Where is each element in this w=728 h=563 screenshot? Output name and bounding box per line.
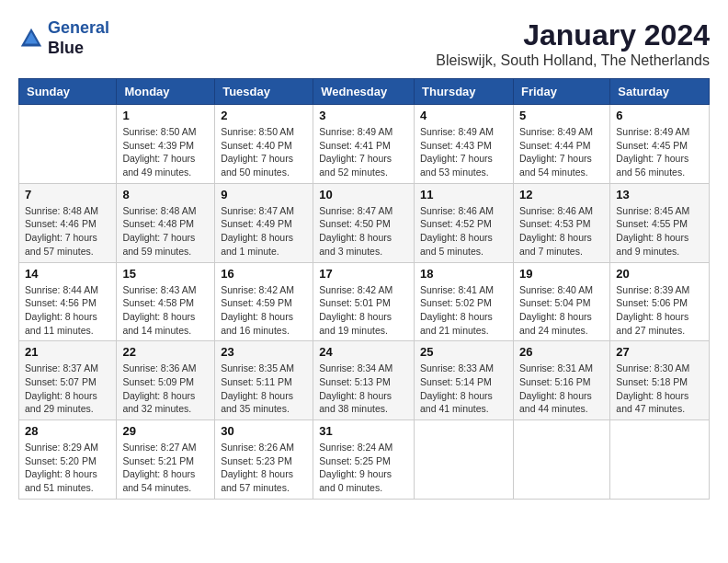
calendar-cell: 20Sunrise: 8:39 AMSunset: 5:06 PMDayligh… bbox=[610, 262, 710, 341]
day-info: Sunrise: 8:43 AMSunset: 4:58 PMDaylight:… bbox=[122, 283, 209, 338]
weekday-header-tuesday: Tuesday bbox=[215, 79, 313, 105]
calendar-cell: 27Sunrise: 8:30 AMSunset: 5:18 PMDayligh… bbox=[610, 341, 710, 420]
calendar-cell bbox=[513, 420, 609, 500]
calendar-cell: 4Sunrise: 8:49 AMSunset: 4:43 PMDaylight… bbox=[415, 105, 514, 184]
calendar-cell: 30Sunrise: 8:26 AMSunset: 5:23 PMDayligh… bbox=[215, 420, 313, 500]
calendar-week-row: 7Sunrise: 8:48 AMSunset: 4:46 PMDaylight… bbox=[19, 183, 710, 262]
day-info: Sunrise: 8:27 AMSunset: 5:21 PMDaylight:… bbox=[122, 441, 209, 495]
day-info: Sunrise: 8:45 AMSunset: 4:55 PMDaylight:… bbox=[616, 204, 703, 259]
day-number: 12 bbox=[519, 188, 604, 201]
day-number: 27 bbox=[616, 345, 703, 359]
day-info: Sunrise: 8:31 AMSunset: 5:16 PMDaylight:… bbox=[519, 362, 604, 416]
calendar-cell bbox=[19, 105, 117, 184]
calendar-cell: 13Sunrise: 8:45 AMSunset: 4:55 PMDayligh… bbox=[610, 183, 710, 262]
day-number: 21 bbox=[25, 345, 110, 359]
calendar-week-row: 21Sunrise: 8:37 AMSunset: 5:07 PMDayligh… bbox=[19, 341, 710, 420]
calendar-cell: 31Sunrise: 8:24 AMSunset: 5:25 PMDayligh… bbox=[313, 420, 415, 500]
day-info: Sunrise: 8:34 AMSunset: 5:13 PMDaylight:… bbox=[319, 362, 408, 416]
day-number: 14 bbox=[25, 267, 110, 281]
calendar-cell: 11Sunrise: 8:46 AMSunset: 4:52 PMDayligh… bbox=[415, 183, 514, 262]
calendar-cell: 6Sunrise: 8:49 AMSunset: 4:45 PMDaylight… bbox=[610, 105, 710, 184]
day-number: 24 bbox=[319, 345, 408, 359]
day-info: Sunrise: 8:48 AMSunset: 4:46 PMDaylight:… bbox=[25, 204, 110, 259]
weekday-header-thursday: Thursday bbox=[415, 79, 514, 105]
calendar-cell: 10Sunrise: 8:47 AMSunset: 4:50 PMDayligh… bbox=[313, 183, 415, 262]
calendar-week-row: 28Sunrise: 8:29 AMSunset: 5:20 PMDayligh… bbox=[19, 420, 710, 500]
calendar-cell: 25Sunrise: 8:33 AMSunset: 5:14 PMDayligh… bbox=[415, 341, 514, 420]
day-info: Sunrise: 8:39 AMSunset: 5:06 PMDaylight:… bbox=[616, 283, 703, 338]
day-number: 7 bbox=[25, 188, 110, 201]
day-number: 25 bbox=[420, 345, 507, 359]
calendar-week-row: 14Sunrise: 8:44 AMSunset: 4:56 PMDayligh… bbox=[19, 262, 710, 341]
calendar-table: SundayMondayTuesdayWednesdayThursdayFrid… bbox=[18, 78, 710, 500]
day-number: 3 bbox=[319, 109, 408, 122]
day-info: Sunrise: 8:47 AMSunset: 4:50 PMDaylight:… bbox=[319, 204, 408, 259]
day-info: Sunrise: 8:44 AMSunset: 4:56 PMDaylight:… bbox=[25, 283, 110, 338]
day-number: 23 bbox=[221, 345, 307, 359]
calendar-cell: 28Sunrise: 8:29 AMSunset: 5:20 PMDayligh… bbox=[19, 420, 117, 500]
day-number: 2 bbox=[221, 109, 307, 122]
calendar-cell: 1Sunrise: 8:50 AMSunset: 4:39 PMDaylight… bbox=[117, 105, 215, 184]
day-number: 16 bbox=[221, 267, 307, 281]
calendar-cell: 29Sunrise: 8:27 AMSunset: 5:21 PMDayligh… bbox=[117, 420, 215, 500]
day-info: Sunrise: 8:49 AMSunset: 4:41 PMDaylight:… bbox=[319, 125, 408, 179]
day-number: 19 bbox=[519, 267, 604, 281]
day-number: 17 bbox=[319, 267, 408, 281]
day-info: Sunrise: 8:50 AMSunset: 4:40 PMDaylight:… bbox=[221, 125, 307, 179]
day-number: 26 bbox=[519, 345, 604, 359]
weekday-header-sunday: Sunday bbox=[19, 79, 117, 105]
calendar-cell: 8Sunrise: 8:48 AMSunset: 4:48 PMDaylight… bbox=[117, 183, 215, 262]
weekday-header-saturday: Saturday bbox=[610, 79, 710, 105]
weekday-header-friday: Friday bbox=[513, 79, 609, 105]
day-number: 31 bbox=[319, 424, 408, 438]
calendar-cell: 21Sunrise: 8:37 AMSunset: 5:07 PMDayligh… bbox=[19, 341, 117, 420]
calendar-cell: 2Sunrise: 8:50 AMSunset: 4:40 PMDaylight… bbox=[215, 105, 313, 184]
weekday-header-monday: Monday bbox=[117, 79, 215, 105]
day-info: Sunrise: 8:48 AMSunset: 4:48 PMDaylight:… bbox=[122, 204, 209, 259]
month-title: January 2024 bbox=[436, 18, 710, 52]
location-title: Bleiswijk, South Holland, The Netherland… bbox=[436, 52, 710, 69]
calendar-cell: 24Sunrise: 8:34 AMSunset: 5:13 PMDayligh… bbox=[313, 341, 415, 420]
day-info: Sunrise: 8:42 AMSunset: 4:59 PMDaylight:… bbox=[221, 283, 307, 338]
page-header: General Blue January 2024 Bleiswijk, Sou… bbox=[18, 18, 710, 69]
day-info: Sunrise: 8:46 AMSunset: 4:52 PMDaylight:… bbox=[420, 204, 507, 259]
day-number: 15 bbox=[122, 267, 209, 281]
day-info: Sunrise: 8:49 AMSunset: 4:43 PMDaylight:… bbox=[420, 125, 507, 179]
calendar-cell: 16Sunrise: 8:42 AMSunset: 4:59 PMDayligh… bbox=[215, 262, 313, 341]
calendar-cell bbox=[415, 420, 514, 500]
day-number: 1 bbox=[122, 109, 209, 122]
day-number: 18 bbox=[420, 267, 507, 281]
calendar-cell: 26Sunrise: 8:31 AMSunset: 5:16 PMDayligh… bbox=[513, 341, 609, 420]
day-number: 13 bbox=[616, 188, 703, 201]
day-number: 29 bbox=[122, 424, 209, 438]
calendar-cell: 17Sunrise: 8:42 AMSunset: 5:01 PMDayligh… bbox=[313, 262, 415, 341]
day-info: Sunrise: 8:50 AMSunset: 4:39 PMDaylight:… bbox=[122, 125, 209, 179]
day-info: Sunrise: 8:26 AMSunset: 5:23 PMDaylight:… bbox=[221, 441, 307, 495]
day-number: 20 bbox=[616, 267, 703, 281]
logo-text: General Blue bbox=[48, 18, 109, 58]
title-section: January 2024 Bleiswijk, South Holland, T… bbox=[436, 18, 710, 69]
logo-icon bbox=[18, 26, 44, 52]
day-number: 8 bbox=[122, 188, 209, 201]
day-number: 11 bbox=[420, 188, 507, 201]
calendar-cell: 22Sunrise: 8:36 AMSunset: 5:09 PMDayligh… bbox=[117, 341, 215, 420]
day-number: 22 bbox=[122, 345, 209, 359]
day-info: Sunrise: 8:46 AMSunset: 4:53 PMDaylight:… bbox=[519, 204, 604, 259]
day-number: 4 bbox=[420, 109, 507, 122]
day-number: 9 bbox=[221, 188, 307, 201]
day-number: 10 bbox=[319, 188, 408, 201]
calendar-cell: 5Sunrise: 8:49 AMSunset: 4:44 PMDaylight… bbox=[513, 105, 609, 184]
weekday-header-row: SundayMondayTuesdayWednesdayThursdayFrid… bbox=[19, 79, 710, 105]
calendar-cell: 7Sunrise: 8:48 AMSunset: 4:46 PMDaylight… bbox=[19, 183, 117, 262]
calendar-cell: 14Sunrise: 8:44 AMSunset: 4:56 PMDayligh… bbox=[19, 262, 117, 341]
calendar-cell: 23Sunrise: 8:35 AMSunset: 5:11 PMDayligh… bbox=[215, 341, 313, 420]
day-info: Sunrise: 8:42 AMSunset: 5:01 PMDaylight:… bbox=[319, 283, 408, 338]
day-info: Sunrise: 8:49 AMSunset: 4:45 PMDaylight:… bbox=[616, 125, 703, 179]
day-info: Sunrise: 8:40 AMSunset: 5:04 PMDaylight:… bbox=[519, 283, 604, 338]
day-number: 28 bbox=[25, 424, 110, 438]
day-number: 30 bbox=[221, 424, 307, 438]
day-info: Sunrise: 8:30 AMSunset: 5:18 PMDaylight:… bbox=[616, 362, 703, 416]
day-number: 5 bbox=[519, 109, 604, 122]
day-info: Sunrise: 8:49 AMSunset: 4:44 PMDaylight:… bbox=[519, 125, 604, 179]
logo: General Blue bbox=[18, 18, 109, 58]
